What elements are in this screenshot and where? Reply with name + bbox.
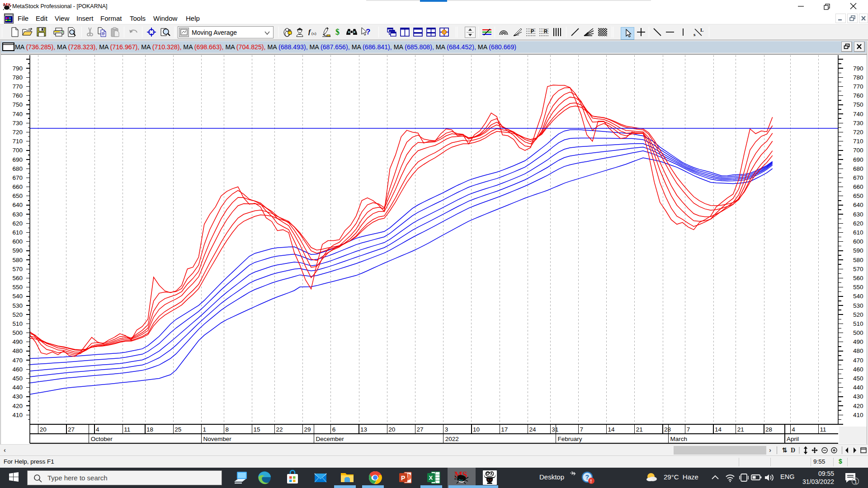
svg-text:8: 8 [225,426,229,433]
svg-text:470: 470 [12,357,23,364]
svg-text:410: 410 [12,412,23,418]
svg-text:!: ! [590,479,592,484]
svg-text:13: 13 [360,426,367,433]
svg-text:11: 11 [124,426,130,433]
svg-text:560: 560 [12,275,23,282]
svg-text:7: 7 [687,426,690,433]
svg-text:660: 660 [12,183,23,190]
svg-text:440: 440 [12,384,23,391]
svg-text:790: 790 [853,65,863,72]
svg-text:510: 510 [12,320,23,327]
svg-text:710: 710 [12,138,23,145]
svg-text:?: ? [366,28,370,36]
svg-text:720: 720 [12,129,23,136]
svg-text:21: 21 [636,426,643,433]
svg-text:570: 570 [12,266,23,272]
svg-text:28: 28 [664,426,671,433]
svg-text:530: 530 [12,302,23,309]
svg-text:f: f [308,28,311,35]
svg-text:780: 780 [12,74,23,81]
svg-text:430: 430 [853,393,863,400]
svg-text:620: 620 [12,220,23,227]
svg-text:760: 760 [12,92,23,99]
svg-text:630: 630 [12,211,23,218]
svg-text:18: 18 [146,426,153,433]
svg-text:520: 520 [12,311,23,318]
svg-text:510: 510 [853,320,863,327]
svg-text:⇅: ⇅ [782,447,788,454]
svg-text:410: 410 [853,412,863,418]
svg-text:760: 760 [853,92,863,99]
svg-text:600: 600 [12,238,23,245]
svg-text:610: 610 [12,229,23,236]
svg-text:670: 670 [12,174,23,181]
svg-text:October: October [91,436,113,442]
svg-text:4: 4 [96,426,99,433]
svg-text:March: March [670,436,688,442]
svg-text:450: 450 [12,375,23,382]
svg-text:420: 420 [12,403,23,409]
svg-text:470: 470 [853,357,863,364]
svg-text:14: 14 [715,426,722,433]
svg-text:750: 750 [853,101,863,108]
svg-text:February: February [558,436,582,442]
svg-text:770: 770 [12,83,23,90]
svg-text:570: 570 [853,266,863,272]
svg-text:660: 660 [853,183,863,190]
svg-text:430: 430 [12,393,23,400]
svg-text:640: 640 [853,202,863,208]
svg-text:590: 590 [12,247,23,254]
svg-text:11: 11 [820,426,826,433]
svg-text:R: R [544,28,547,34]
svg-text:17: 17 [501,426,508,433]
svg-text:690: 690 [12,156,23,163]
svg-text:740: 740 [853,111,863,117]
svg-text:D: D [791,447,795,454]
svg-text:720: 720 [853,129,863,136]
svg-text:550: 550 [12,284,23,291]
svg-text:730: 730 [853,120,863,127]
svg-text:480: 480 [12,347,23,354]
svg-text:November: November [203,436,232,442]
svg-text:24: 24 [529,426,536,433]
svg-text:December: December [316,436,344,442]
svg-text:480: 480 [853,347,863,354]
svg-text:490: 490 [12,338,23,345]
svg-text:6: 6 [332,426,336,433]
svg-text:620: 620 [853,220,863,227]
svg-text:7: 7 [580,426,583,433]
svg-text:490: 490 [853,338,863,345]
svg-text:530: 530 [853,302,863,309]
svg-text:600: 600 [853,238,863,245]
svg-text:700: 700 [853,147,863,154]
svg-text:20: 20 [40,426,47,433]
svg-text:550: 550 [853,284,863,291]
svg-text:s: s [693,32,696,37]
svg-text:28: 28 [765,426,772,433]
svg-text:(x): (x) [311,31,316,36]
svg-text:4: 4 [792,426,795,433]
svg-text:31: 31 [552,426,558,433]
svg-text:21: 21 [737,426,744,433]
svg-text:650: 650 [853,192,863,199]
svg-text:440: 440 [853,384,863,391]
svg-text:690: 690 [853,156,863,163]
svg-text:X: X [429,474,433,481]
svg-text:450: 450 [853,375,863,382]
svg-text:500: 500 [853,329,863,336]
svg-text:15: 15 [254,426,260,433]
svg-text:590: 590 [853,247,863,254]
svg-text:700: 700 [12,147,23,154]
svg-text:630: 630 [853,211,863,218]
svg-text:25: 25 [175,426,181,433]
svg-text:770: 770 [853,83,863,90]
svg-text:730: 730 [12,120,23,127]
svg-text:L: L [700,27,703,33]
svg-text:520: 520 [853,311,863,318]
svg-text:P: P [401,474,405,482]
svg-text:10: 10 [473,426,480,433]
svg-text:610: 610 [853,229,863,236]
svg-text:1: 1 [854,479,857,484]
svg-text:640: 640 [12,202,23,208]
svg-text:$: $ [335,28,340,37]
